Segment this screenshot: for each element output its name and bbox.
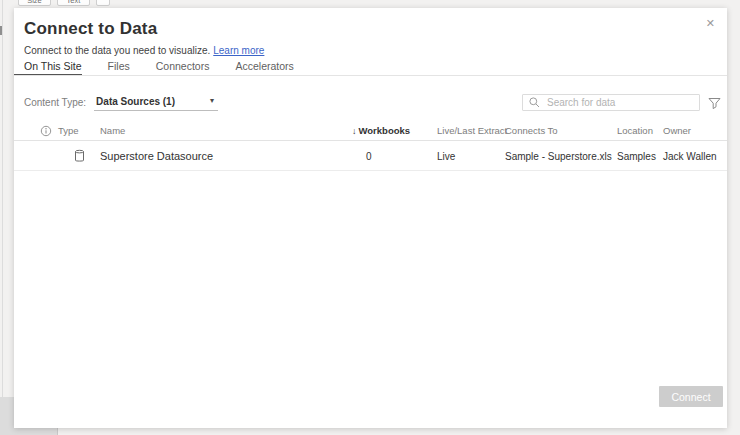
content-type-dropdown[interactable]: Data Sources (1) ▾ xyxy=(94,94,218,111)
table-row[interactable]: Superstore Datasource 0 Live Sample - Su… xyxy=(14,142,727,171)
toolbar-button-fragment xyxy=(96,0,110,6)
content-type-value: Data Sources (1) xyxy=(96,96,175,107)
close-icon[interactable]: ✕ xyxy=(706,18,715,29)
connect-to-data-dialog: ✕ Connect to Data Connect to the data yo… xyxy=(14,8,727,428)
dialog-tabs: On This Site Files Connectors Accelerato… xyxy=(14,60,727,76)
column-header-location[interactable]: Location xyxy=(617,125,663,136)
subtitle-text: Connect to the data you need to visualiz… xyxy=(24,45,210,56)
connect-button[interactable]: Connect xyxy=(659,386,723,407)
workbooks-header-label: Workbooks xyxy=(359,125,411,136)
column-header-name[interactable]: Name xyxy=(100,125,352,136)
column-header-owner[interactable]: Owner xyxy=(663,125,717,136)
tab-files[interactable]: Files xyxy=(108,60,130,76)
column-header-workbooks[interactable]: ↓Workbooks xyxy=(352,125,437,136)
marks-size-button-fragment: Size xyxy=(18,0,51,6)
row-connects-to: Sample - Superstore.xls xyxy=(505,151,617,162)
content-type-row: Content Type: Data Sources (1) ▾ xyxy=(24,92,218,112)
info-icon[interactable] xyxy=(33,125,58,137)
column-header-live-last-extract[interactable]: Live/Last Extract xyxy=(437,125,505,136)
learn-more-link[interactable]: Learn more xyxy=(213,45,264,56)
dialog-title: Connect to Data xyxy=(24,19,157,39)
search-input[interactable] xyxy=(545,96,699,109)
tab-on-this-site[interactable]: On This Site xyxy=(14,60,82,76)
column-header-connects-to[interactable]: Connects To xyxy=(505,125,617,136)
database-icon xyxy=(58,149,100,163)
background-text-fragment xyxy=(0,26,2,35)
chevron-down-icon: ▾ xyxy=(210,97,214,105)
table-header: Type Name ↓Workbooks Live/Last Extract C… xyxy=(14,121,727,141)
sort-descending-icon: ↓ xyxy=(352,126,357,136)
tab-connectors[interactable]: Connectors xyxy=(156,60,210,76)
tab-accelerators[interactable]: Accelerators xyxy=(235,60,293,76)
content-type-label: Content Type: xyxy=(24,97,86,108)
search-icon xyxy=(529,97,540,108)
row-workbooks: 0 xyxy=(352,151,437,162)
row-location: Samples xyxy=(617,151,663,162)
screen: Size Text ✕ Connect to Data Connect to t… xyxy=(0,0,740,435)
filter-icon[interactable] xyxy=(708,97,721,110)
dialog-subtitle: Connect to the data you need to visualiz… xyxy=(24,45,264,56)
tabs-divider xyxy=(14,75,727,76)
row-live-last-extract: Live xyxy=(437,151,505,162)
panel-divider-line xyxy=(2,0,3,398)
row-owner: Jack Wallen xyxy=(663,151,717,162)
column-header-type[interactable]: Type xyxy=(58,125,100,136)
search-box xyxy=(522,94,700,111)
row-name: Superstore Datasource xyxy=(100,150,352,162)
marks-text-button-fragment: Text xyxy=(57,0,90,6)
